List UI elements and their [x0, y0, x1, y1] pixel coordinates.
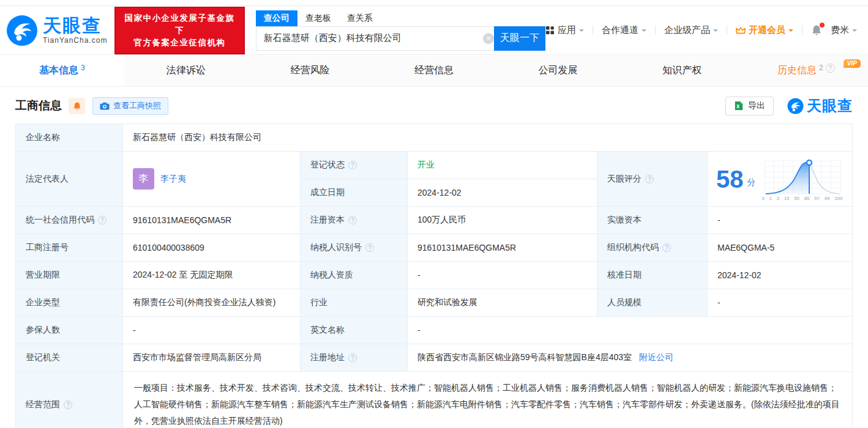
table-row: 经营范围 一般项目：技术服务、技术开发、技术咨询、技术交流、技术转让、技术推广；… [16, 372, 852, 428]
chevron-down-icon [788, 29, 793, 34]
search-button[interactable]: 天眼一下 [494, 26, 545, 51]
reg-number-value: 610100400038609 [123, 234, 301, 261]
legal-rep-link[interactable]: 李子夷 [160, 174, 186, 185]
nearby-companies-link[interactable]: 附近公司 [639, 352, 673, 363]
tab-intellectual-property[interactable]: 知识产权 [620, 55, 744, 86]
reg-authority-label: 登记机关 [16, 344, 123, 371]
staff-size-label: 人员规模 [597, 289, 708, 316]
menu-apps[interactable]: 应用 [545, 24, 584, 36]
clear-search-icon[interactable] [483, 33, 494, 44]
search-tab-company[interactable]: 查公司 [256, 10, 297, 26]
company-nav-tabs: 基本信息 3 法律诉讼 经营风险 经营信息 公司发展 知识产权 VIP 历史信息… [0, 54, 868, 87]
tab-history-info[interactable]: VIP 历史信息 2 [744, 55, 868, 86]
tianyan-score-value: 58 分 [708, 152, 852, 206]
business-term-label: 营业期限 [16, 262, 123, 289]
taxpayer-qual-value: - [408, 262, 597, 289]
approval-date-label: 核准日期 [597, 262, 708, 289]
table-row: 参保人数 - 英文名称 - [16, 317, 852, 344]
menu-channel-label: 合作通道 [602, 24, 638, 36]
menu-divider [802, 26, 803, 35]
reg-number-label: 工商注册号 [16, 234, 123, 261]
credit-code-value: 91610131MAE6QGMA5R [123, 207, 301, 234]
export-button[interactable]: 导出 [725, 97, 774, 116]
notification-dot [820, 23, 825, 28]
logo-brand-text: 天眼查 [43, 17, 107, 35]
tianyancha-swirl-icon [6, 15, 38, 46]
tab-legal-proceedings[interactable]: 法律诉讼 [124, 55, 249, 86]
info-icon[interactable] [64, 400, 72, 409]
tab-count: 2 [819, 64, 823, 72]
crown-icon [736, 26, 746, 35]
table-row: 法定代表人 李 李子夷 登记状态 开业 成立日期 2024-12-02 天眼评分… [16, 152, 852, 207]
gov-badge-line2: 官方备案企业征信机构 [122, 37, 237, 49]
table-row: 企业类型 有限责任公司(外商投资企业法人独资) 行业 研究和试验发展 人员规模 … [16, 289, 852, 317]
gov-badge-line1: 国家中小企业发展子基金旗下 [122, 12, 237, 37]
credit-code-label: 统一社会信用代码 [16, 207, 123, 234]
reg-address-label: 注册地址 [301, 344, 408, 371]
score-unit: 分 [747, 177, 756, 188]
logo-domain-text: TianYanCha.com [43, 36, 107, 45]
snapshot-button[interactable]: 查看工商快照 [92, 97, 168, 115]
legal-rep-value: 李 李子夷 [123, 152, 301, 206]
help-icon[interactable] [826, 64, 835, 73]
tab-label: 法律诉讼 [166, 64, 206, 77]
tab-basic-info[interactable]: 基本信息 3 [0, 55, 124, 86]
tab-label: 经营信息 [414, 64, 454, 77]
info-icon[interactable] [365, 243, 374, 252]
search-tab-boss[interactable]: 查老板 [297, 10, 339, 26]
tianyan-score-label: 天眼评分 [597, 152, 708, 206]
menu-channel[interactable]: 合作通道 [602, 24, 646, 36]
legal-rep-avatar[interactable]: 李 [133, 168, 154, 190]
tab-company-development[interactable]: 公司发展 [496, 55, 620, 86]
staff-size-value: - [708, 289, 852, 316]
tab-label: 经营风险 [290, 64, 329, 77]
info-icon[interactable] [348, 216, 357, 224]
bell-icon [73, 101, 81, 111]
section-title: 工商信息 [15, 98, 62, 114]
tab-label: 历史信息 [777, 64, 817, 77]
table-row: 统一社会信用代码 91610131MAE6QGMA5R 注册资本 100万人民币… [16, 207, 852, 234]
menu-enterprise[interactable]: 企业级产品 [664, 24, 718, 36]
reg-status-label: 登记状态 [301, 152, 408, 179]
insured-label: 参保人数 [16, 317, 123, 344]
business-scope-label: 经营范围 [16, 372, 123, 428]
tianyancha-logo: 天眼查 TianYanCha.com [6, 15, 107, 46]
table-row: 工商注册号 610100400038609 纳税人识别号 91610131MAE… [16, 234, 852, 262]
menu-divider [727, 26, 727, 35]
username: 费米 [831, 24, 849, 36]
header: 天眼查 TianYanCha.com 国家中小企业发展子基金旗下 官方备案企业征… [0, 6, 868, 54]
search-tab-relation[interactable]: 查关系 [339, 10, 381, 26]
open-vip-button[interactable]: 开通会员 [736, 24, 793, 36]
vip-badge: VIP [844, 59, 861, 68]
tab-business-risk[interactable]: 经营风险 [248, 55, 372, 86]
english-name-value: - [408, 317, 852, 344]
export-button-label: 导出 [748, 100, 765, 111]
taxpayer-qual-label: 纳税人资质 [301, 262, 408, 289]
company-type-label: 企业类型 [16, 289, 123, 316]
taxpayer-id-label: 纳税人识别号 [301, 234, 408, 261]
chevron-down-icon [579, 29, 584, 34]
score-number: 58 [716, 167, 744, 191]
status-date-group: 登记状态 开业 成立日期 2024-12-02 [301, 152, 597, 206]
info-icon[interactable] [348, 161, 357, 169]
menu-divider [655, 26, 656, 35]
tab-label: 基本信息 [39, 64, 78, 77]
user-menu[interactable]: 费米 [831, 24, 857, 36]
est-date-value: 2024-12-02 [408, 179, 597, 206]
watermark-logo: 天眼查 [787, 96, 853, 116]
business-scope-value: 一般项目：技术服务、技术开发、技术咨询、技术交流、技术转让、技术推广；智能机器人… [123, 372, 852, 428]
tab-business-info[interactable]: 经营信息 [372, 55, 496, 86]
notifications-button[interactable] [811, 24, 822, 36]
chevron-down-icon [642, 29, 646, 34]
score-distribution-chart: 0131550859799100 [762, 157, 843, 201]
search-input[interactable] [256, 26, 500, 51]
monitor-bell-button[interactable] [69, 98, 85, 114]
tab-count: 3 [81, 64, 85, 72]
score-axis-labels: 0131550859799100 [762, 196, 843, 201]
info-icon[interactable] [98, 216, 107, 224]
info-icon[interactable] [645, 175, 654, 183]
info-icon[interactable] [662, 243, 671, 252]
insured-value: - [123, 317, 301, 344]
section-header: 工商信息 查看工商快照 导出 天眼查 [15, 96, 853, 116]
info-icon[interactable] [348, 353, 357, 362]
